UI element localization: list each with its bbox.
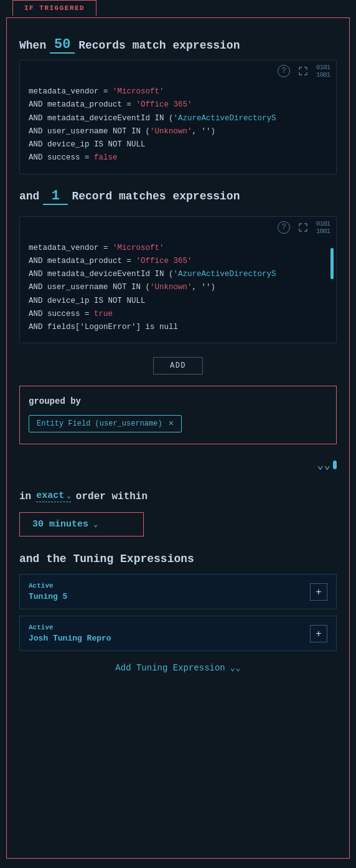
entity-tag-wrapper: Entity Field (user_username) × (29, 415, 327, 432)
order-suffix: order within (76, 491, 148, 502)
add-expression-button[interactable]: ADD (153, 357, 203, 374)
tab-label: IF TRIGGERED (24, 4, 85, 12)
order-prefix: in (19, 491, 31, 502)
add-tuning-expression-row[interactable]: Add Tuning Expression ⌄⌄ (19, 662, 337, 673)
entity-tag-text: Entity Field (user_username) (37, 419, 162, 428)
tuning-card-1-info: Active Josh Tuning Repro (29, 624, 111, 643)
and-help-icon[interactable]: ? (278, 221, 290, 234)
time-selector-row: 30 minutes ⌄ (19, 512, 337, 537)
and-header-row: and 1 Record matches expression (19, 188, 337, 205)
code-scrollbar[interactable] (330, 248, 334, 279)
when-suffix: Records match expression (78, 39, 240, 52)
order-value-text: exact (36, 490, 64, 501)
time-chevron-icon: ⌄ (93, 520, 98, 529)
tuning-card-1-name: Josh Tuning Repro (29, 634, 111, 643)
tuning-card-1-add-btn[interactable]: + (310, 625, 327, 642)
time-selector-box[interactable]: 30 minutes ⌄ (19, 512, 144, 537)
tuning-card-1: Active Josh Tuning Repro + (19, 616, 337, 651)
when-number-box[interactable]: 50 (50, 37, 75, 54)
and-number-box[interactable]: 1 (43, 188, 68, 205)
and-suffix: Record matches expression (72, 190, 240, 203)
order-value[interactable]: exact ⌄ (36, 490, 71, 502)
chevron-row: ⌄⌄ (19, 454, 337, 475)
tuning-card-1-status: Active (29, 624, 111, 631)
tuning-card-0-add-btn[interactable]: + (310, 583, 327, 601)
tuning-card-0-status: Active (29, 582, 67, 589)
when-expand-icon[interactable] (296, 64, 310, 78)
when-code-toolbar: ? 01011001 (20, 60, 336, 82)
time-value: 30 minutes (32, 519, 88, 530)
when-header-row: When 50 Records match expression (19, 37, 337, 54)
tuning-card-0-name: Tuning 5 (29, 592, 67, 601)
add-tuning-chevron-icon: ⌄⌄ (230, 662, 241, 673)
add-tuning-label: Add Tuning Expression (115, 663, 225, 673)
entity-field-tag[interactable]: Entity Field (user_username) × (29, 415, 182, 432)
when-binary-icon[interactable]: 01011001 (316, 64, 330, 78)
main-container: When 50 Records match expression ? 01011… (6, 17, 350, 859)
chevron-down-icon[interactable]: ⌄⌄ (317, 458, 330, 472)
when-help-icon[interactable]: ? (278, 65, 290, 77)
add-button-row: ADD (19, 357, 337, 374)
and-code-box: ? 01011001 metadata_vendor = 'Microsoft'… (19, 216, 337, 344)
side-scrollbar[interactable] (333, 460, 337, 469)
tuning-section-title: and the Tuning Expressions (19, 553, 337, 565)
when-code-box: ? 01011001 metadata_vendor = 'Microsoft'… (19, 60, 337, 174)
order-chevron-icon: ⌄ (67, 492, 71, 500)
and-code-toolbar: ? 01011001 (20, 217, 336, 238)
grouped-by-container: grouped by Entity Field (user_username) … (19, 386, 337, 444)
tuning-card-0: Active Tuning 5 + (19, 574, 337, 609)
grouped-by-label: grouped by (29, 396, 327, 406)
when-code-content[interactable]: metadata_vendor = 'Microsoft' AND metada… (20, 82, 336, 174)
and-code-content[interactable]: metadata_vendor = 'Microsoft' AND metada… (20, 238, 336, 343)
and-prefix: and (19, 190, 39, 203)
if-triggered-tab[interactable]: IF TRIGGERED (12, 0, 96, 16)
tuning-card-0-info: Active Tuning 5 (29, 582, 67, 601)
order-row: in exact ⌄ order within (19, 490, 337, 502)
entity-tag-close[interactable]: × (169, 419, 174, 429)
and-expand-icon[interactable] (296, 221, 310, 234)
when-prefix: When (19, 39, 46, 52)
and-binary-icon[interactable]: 01011001 (316, 221, 330, 234)
